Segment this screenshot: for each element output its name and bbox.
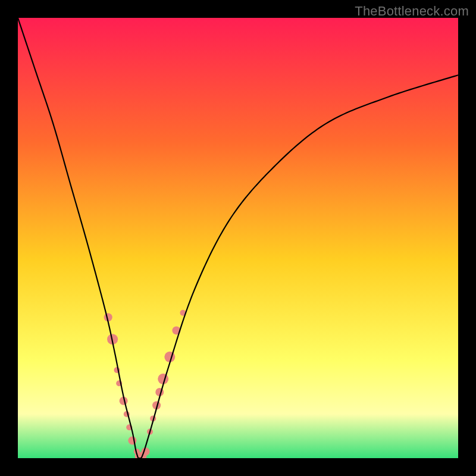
marker-dot [164, 352, 175, 362]
gradient-background [18, 18, 458, 458]
bottleneck-chart [18, 18, 458, 458]
chart-frame: TheBottleneck.com [0, 0, 476, 476]
plot-area [18, 18, 458, 458]
watermark-text: TheBottleneck.com [355, 4, 469, 19]
